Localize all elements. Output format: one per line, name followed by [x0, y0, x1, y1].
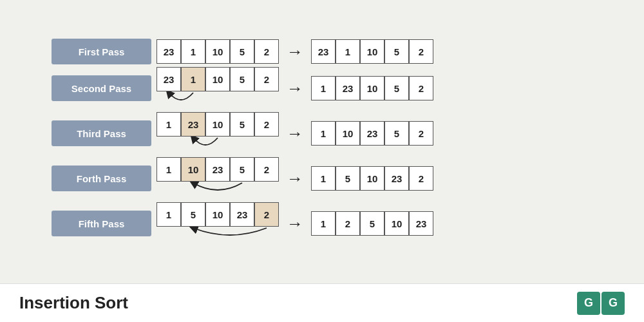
pass-label-forth: Forth Pass: [52, 166, 151, 191]
after-cell-first-2: 10: [360, 39, 384, 64]
before-array-third: 1231052: [156, 112, 279, 137]
after-cell-second-4: 2: [409, 76, 433, 100]
before-cell-first-2: 10: [205, 39, 230, 64]
pass-third: Third Pass1231052→1102352: [52, 112, 592, 155]
before-cell-second-4: 2: [254, 67, 279, 91]
after-cell-fifth-2: 5: [360, 211, 384, 236]
before-cell-forth-2: 23: [205, 157, 230, 182]
after-array-second: 1231052: [311, 76, 433, 100]
before-cell-first-3: 5: [230, 39, 254, 64]
after-cell-fifth-3: 10: [384, 211, 409, 236]
after-cell-third-0: 1: [311, 121, 336, 146]
after-cell-first-1: 1: [336, 39, 360, 64]
before-stack-third: 1231052: [156, 112, 279, 155]
before-cell-second-2: 10: [205, 67, 230, 91]
after-cell-third-2: 23: [360, 121, 384, 146]
after-array-forth: 1510232: [311, 166, 433, 191]
before-cell-fifth-0: 1: [156, 202, 181, 227]
after-cell-forth-1: 5: [336, 166, 360, 191]
before-array-fifth: 1510232: [156, 202, 279, 227]
pass-second: Second Pass2311052→1231052: [52, 67, 592, 109]
arrow-right-third: →: [287, 124, 303, 144]
footer: Insertion Sort G G: [0, 283, 644, 322]
before-cell-second-3: 5: [230, 67, 254, 91]
footer-title: Insertion Sort: [19, 293, 128, 313]
before-cell-third-2: 10: [205, 112, 230, 137]
after-cell-forth-4: 2: [409, 166, 433, 191]
after-cell-second-0: 1: [311, 76, 336, 100]
arrow-svg-forth: [156, 182, 279, 200]
before-cell-fifth-1: 5: [181, 202, 205, 227]
after-cell-third-4: 2: [409, 121, 433, 146]
after-cell-second-2: 10: [360, 76, 384, 100]
before-cell-fifth-2: 10: [205, 202, 230, 227]
after-cell-first-3: 5: [384, 39, 409, 64]
after-array-first: 2311052: [311, 39, 433, 64]
before-cell-forth-0: 1: [156, 157, 181, 182]
after-cell-third-3: 5: [384, 121, 409, 146]
arrow-svg-fifth: [156, 227, 279, 245]
arrow-right-forth: →: [287, 169, 303, 189]
before-stack-forth: 1102352: [156, 157, 279, 200]
before-cell-forth-3: 5: [230, 157, 254, 182]
arrow-svg-third: [156, 137, 279, 155]
before-cell-third-4: 2: [254, 112, 279, 137]
pass-label-first: First Pass: [52, 39, 151, 64]
before-stack-second: 2311052: [156, 67, 279, 109]
after-cell-second-1: 23: [336, 76, 360, 100]
logo-g2: G: [601, 292, 625, 315]
after-cell-first-4: 2: [409, 39, 433, 64]
after-array-fifth: 1251023: [311, 211, 433, 236]
footer-logo: G G: [576, 292, 625, 315]
before-cell-third-1: 23: [181, 112, 205, 137]
after-cell-forth-2: 10: [360, 166, 384, 191]
before-cell-first-1: 1: [181, 39, 205, 64]
arrow-svg-second: [156, 91, 279, 109]
after-cell-third-1: 10: [336, 121, 360, 146]
before-array-forth: 1102352: [156, 157, 279, 182]
before-cell-second-0: 23: [156, 67, 181, 91]
after-cell-forth-0: 1: [311, 166, 336, 191]
before-array-second: 2311052: [156, 67, 279, 91]
after-cell-second-3: 5: [384, 76, 409, 100]
pass-forth: Forth Pass1102352→1510232: [52, 157, 592, 200]
after-cell-forth-3: 23: [384, 166, 409, 191]
before-cell-forth-4: 2: [254, 157, 279, 182]
after-array-third: 1102352: [311, 121, 433, 146]
before-stack-fifth: 1510232: [156, 202, 279, 245]
after-cell-fifth-0: 1: [311, 211, 336, 236]
arrow-right-second: →: [287, 79, 303, 99]
pass-label-fifth: Fifth Pass: [52, 211, 151, 236]
pass-fifth: Fifth Pass1510232→1251023: [52, 202, 592, 245]
before-cell-third-3: 5: [230, 112, 254, 137]
after-cell-fifth-4: 23: [409, 211, 433, 236]
after-cell-fifth-1: 2: [336, 211, 360, 236]
pass-label-second: Second Pass: [52, 75, 151, 101]
after-cell-first-0: 23: [311, 39, 336, 64]
before-array-first: 2311052: [156, 39, 279, 64]
pass-label-third: Third Pass: [52, 120, 151, 146]
before-cell-third-0: 1: [156, 112, 181, 137]
main-content: First Pass2311052→2311052Second Pass2311…: [0, 0, 644, 283]
before-cell-fifth-3: 23: [230, 202, 254, 227]
before-cell-second-1: 1: [181, 67, 205, 91]
logo-g: G: [577, 292, 600, 315]
before-cell-first-4: 2: [254, 39, 279, 64]
before-cell-forth-1: 10: [181, 157, 205, 182]
before-cell-fifth-4: 2: [254, 202, 279, 227]
pass-first: First Pass2311052→2311052: [52, 39, 592, 64]
before-cell-first-0: 23: [156, 39, 181, 64]
arrow-right-first: →: [287, 42, 303, 62]
arrow-right-fifth: →: [287, 214, 303, 234]
